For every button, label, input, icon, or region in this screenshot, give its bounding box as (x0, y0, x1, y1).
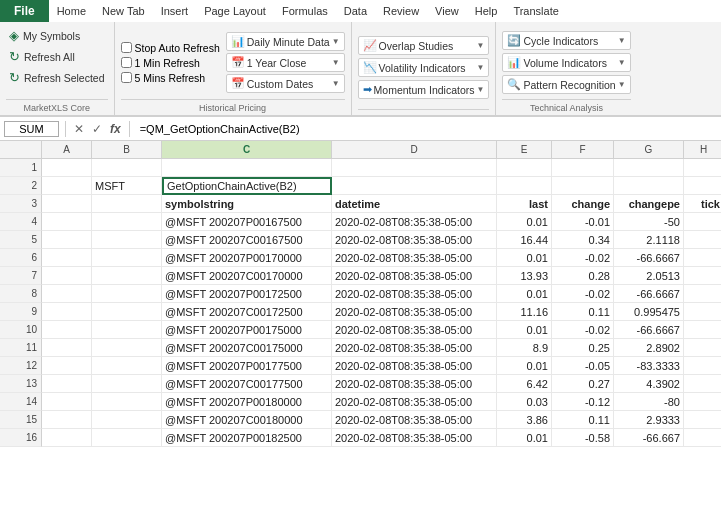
cell[interactable] (92, 249, 162, 267)
cell[interactable]: -83.3333 (614, 357, 684, 375)
cell[interactable]: symbolstring (162, 195, 332, 213)
cycle-indicators-dropdown[interactable]: 🔄 Cycle Indicators ▼ (502, 31, 630, 50)
cell[interactable]: 0.27 (552, 375, 614, 393)
cell[interactable] (92, 339, 162, 357)
cell[interactable]: tick (684, 195, 721, 213)
cell[interactable]: 13.93 (497, 267, 552, 285)
cell[interactable] (92, 393, 162, 411)
cell[interactable]: 2020-02-08T08:35:38-05:00 (332, 249, 497, 267)
col-header-e[interactable]: E (497, 141, 552, 158)
cell[interactable] (552, 159, 614, 177)
table-row[interactable]: 14@MSFT 200207P001800002020-02-08T08:35:… (0, 393, 721, 411)
cell[interactable] (684, 339, 721, 357)
cell[interactable]: @MSFT 200207C00175000 (162, 339, 332, 357)
cell[interactable] (42, 357, 92, 375)
cell[interactable]: MSFT (92, 177, 162, 195)
cell[interactable]: 0.01 (497, 357, 552, 375)
cell[interactable]: @MSFT 200207P00175000 (162, 321, 332, 339)
cell[interactable]: 2.8902 (614, 339, 684, 357)
cell[interactable]: 2.9333 (614, 411, 684, 429)
col-header-g[interactable]: G (614, 141, 684, 158)
cell[interactable]: 3.86 (497, 411, 552, 429)
cell[interactable]: GetOptionChainActive(B2) (162, 177, 332, 195)
cell[interactable] (92, 285, 162, 303)
cell[interactable]: 2020-02-08T08:35:38-05:00 (332, 321, 497, 339)
cell[interactable]: -66.6667 (614, 249, 684, 267)
cell[interactable]: 11.16 (497, 303, 552, 321)
table-row[interactable]: 13@MSFT 200207C001775002020-02-08T08:35:… (0, 375, 721, 393)
cell[interactable]: 0.995475 (614, 303, 684, 321)
cell[interactable]: 2020-02-08T08:35:38-05:00 (332, 285, 497, 303)
table-row[interactable]: 15@MSFT 200207C001800002020-02-08T08:35:… (0, 411, 721, 429)
5mins-refresh-checkbox-label[interactable]: 5 Mins Refresh (121, 72, 220, 84)
cell[interactable]: -0.02 (552, 285, 614, 303)
table-row[interactable]: 3symbolstringdatetimelastchangechangepet… (0, 195, 721, 213)
cell[interactable] (684, 429, 721, 447)
cell[interactable]: @MSFT 200207P00167500 (162, 213, 332, 231)
cell[interactable]: 0.01 (497, 321, 552, 339)
cell[interactable]: 2020-02-08T08:35:38-05:00 (332, 303, 497, 321)
col-header-c[interactable]: C (162, 141, 332, 158)
cell[interactable] (684, 375, 721, 393)
col-header-f[interactable]: F (552, 141, 614, 158)
cell[interactable] (552, 177, 614, 195)
cell[interactable]: 0.01 (497, 285, 552, 303)
cell[interactable]: -0.05 (552, 357, 614, 375)
cell[interactable]: 0.11 (552, 411, 614, 429)
cell[interactable] (42, 375, 92, 393)
cell[interactable]: 4.3902 (614, 375, 684, 393)
table-row[interactable]: 6@MSFT 200207P001700002020-02-08T08:35:3… (0, 249, 721, 267)
cell[interactable]: changepe (614, 195, 684, 213)
fx-icon[interactable]: fx (108, 122, 123, 136)
daily-minute-data-dropdown[interactable]: 📊 Daily Minute Data ▼ (226, 32, 345, 51)
cell[interactable]: 0.03 (497, 393, 552, 411)
cell[interactable]: @MSFT 200207C00180000 (162, 411, 332, 429)
cell[interactable] (42, 159, 92, 177)
volume-indicators-dropdown[interactable]: 📊 Volume Indicators ▼ (502, 53, 630, 72)
cell[interactable]: -0.02 (552, 249, 614, 267)
file-tab[interactable]: File (0, 0, 49, 22)
cell[interactable] (42, 213, 92, 231)
cell[interactable] (92, 321, 162, 339)
cell[interactable]: -0.12 (552, 393, 614, 411)
cell[interactable]: 0.01 (497, 249, 552, 267)
cell[interactable] (684, 267, 721, 285)
confirm-icon[interactable]: ✓ (90, 122, 104, 136)
cancel-icon[interactable]: ✕ (72, 122, 86, 136)
cell[interactable] (614, 177, 684, 195)
cell[interactable] (684, 393, 721, 411)
custom-dates-dropdown[interactable]: 📅 Custom Dates ▼ (226, 74, 345, 93)
menu-translate[interactable]: Translate (505, 2, 566, 20)
cell[interactable] (332, 159, 497, 177)
menu-review[interactable]: Review (375, 2, 427, 20)
cell[interactable]: @MSFT 200207C00167500 (162, 231, 332, 249)
menu-newtab[interactable]: New Tab (94, 2, 153, 20)
momentum-indicators-dropdown[interactable]: ➡ Momentum Indicators ▼ (358, 80, 490, 99)
cell[interactable]: @MSFT 200207C00177500 (162, 375, 332, 393)
cell[interactable]: @MSFT 200207P00177500 (162, 357, 332, 375)
menu-pagelayout[interactable]: Page Layout (196, 2, 274, 20)
cell[interactable] (92, 195, 162, 213)
menu-data[interactable]: Data (336, 2, 375, 20)
year-close-dropdown[interactable]: 📅 1 Year Close ▼ (226, 53, 345, 72)
cell[interactable]: 0.25 (552, 339, 614, 357)
cell[interactable] (42, 321, 92, 339)
cell[interactable]: @MSFT 200207P00170000 (162, 249, 332, 267)
cell[interactable] (92, 303, 162, 321)
cell[interactable]: 2020-02-08T08:35:38-05:00 (332, 429, 497, 447)
table-row[interactable]: 16@MSFT 200207P001825002020-02-08T08:35:… (0, 429, 721, 447)
cell[interactable] (42, 285, 92, 303)
cell[interactable]: 16.44 (497, 231, 552, 249)
cell[interactable]: 0.01 (497, 213, 552, 231)
cell[interactable] (42, 411, 92, 429)
cell[interactable]: @MSFT 200207P00172500 (162, 285, 332, 303)
cell[interactable]: -66.6667 (614, 321, 684, 339)
cell[interactable] (497, 177, 552, 195)
cell[interactable]: -66.667 (614, 429, 684, 447)
stop-auto-refresh-checkbox[interactable] (121, 42, 132, 53)
refresh-selected-button[interactable]: ↻ Refresh Selected (6, 68, 108, 87)
cell[interactable] (42, 249, 92, 267)
refresh-all-button[interactable]: ↻ Refresh All (6, 47, 108, 66)
1min-refresh-checkbox[interactable] (121, 57, 132, 68)
col-header-b[interactable]: B (92, 141, 162, 158)
